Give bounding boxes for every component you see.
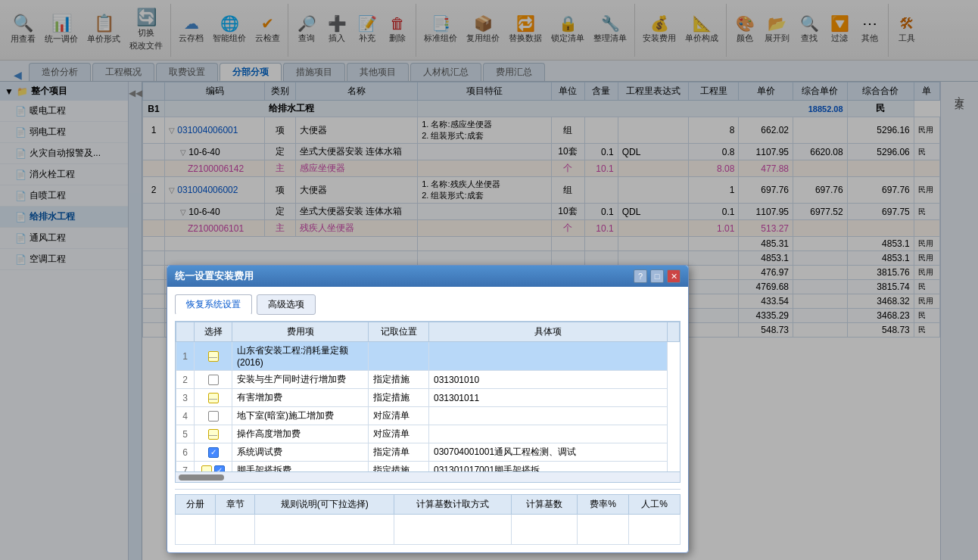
modal-titlebar: 统一设置安装费用 ? □ ✕ (167, 266, 688, 287)
modal-row-num: 2 (176, 371, 195, 389)
modal-help-button[interactable]: ? (634, 269, 647, 283)
modal-col-fee: 费用项 (232, 322, 369, 342)
modal-row-pos: 指定措施 (369, 371, 429, 389)
modal-scrollbar[interactable] (175, 472, 681, 483)
modal-bottom-col-base: 计算基数 (512, 495, 578, 515)
modal-row-num: 6 (176, 443, 195, 462)
modal-row-pos: 指定措施 (369, 389, 429, 407)
modal-bottom-col-rate: 费率% (578, 495, 629, 515)
modal-table-row[interactable]: 7 — ✓ 脚手架搭拆费 指定措施 031301017001脚手架搭拆 (176, 462, 680, 473)
modal-row-check (195, 371, 232, 389)
modal-col-detail: 具体项 (429, 322, 668, 342)
modal-row-detail (429, 407, 668, 425)
modal-main-table: 选择 费用项 记取位置 具体项 1 (176, 322, 680, 472)
modal-row-pos: 对应清单 (369, 407, 429, 425)
modal-row-label: 山东省安装工程:消耗量定额(2016) (232, 342, 369, 371)
modal-bottom-col-章: 章节 (215, 495, 255, 515)
modal-bottom-table: 分册 章节 规则说明(可下拉选择) 计算基数计取方式 计算基数 费率% 人工% (175, 494, 681, 545)
modal-row-num: 5 (176, 425, 195, 443)
checkbox-blue-right[interactable]: ✓ (214, 465, 225, 473)
modal-row-check: — (195, 425, 232, 443)
modal-row-label: 有害增加费 (232, 389, 369, 407)
modal-col-check: 选择 (195, 322, 232, 342)
modal-row-label: 系统调试费 (232, 443, 369, 462)
modal-row-label: 安装与生产同时进行增加费 (232, 371, 369, 389)
modal-row-pos: 指定措施 (369, 462, 429, 473)
modal-table-row[interactable]: 1 — 山东省安装工程:消耗量定额(2016) (176, 342, 680, 371)
modal-row-label: 脚手架搭拆费 (232, 462, 369, 473)
modal-row-detail: 031301011 (429, 389, 668, 407)
checkbox-blue[interactable]: ✓ (208, 447, 219, 458)
modal-bottom-col-labor: 人工% (629, 495, 681, 515)
modal-row-check: — (195, 389, 232, 407)
modal-table-container: 选择 费用项 记取位置 具体项 1 (175, 321, 681, 472)
modal-body: 恢复系统设置 高级选项 选择 费用项 记取位置 具体项 (167, 287, 688, 552)
modal-install-fee: 统一设置安装费用 ? □ ✕ 恢复系统设置 高级选项 选择 (167, 265, 689, 553)
modal-row-label: 操作高度增加费 (232, 425, 369, 443)
modal-row-check (195, 407, 232, 425)
modal-table-row[interactable]: 4 地下室(暗室)施工增加费 对应清单 (176, 407, 680, 425)
modal-close-button[interactable]: ✕ (667, 269, 681, 283)
checkbox-dash[interactable]: — (208, 393, 219, 403)
checkbox-dash[interactable]: — (208, 429, 219, 440)
modal-row-check: — (195, 342, 232, 371)
checkbox-dash-left[interactable]: — (201, 465, 212, 473)
modal-row-detail (429, 425, 668, 443)
modal-bottom-col-rule: 规则说明(可下拉选择) (255, 495, 394, 515)
modal-row-pos (369, 342, 429, 371)
checkbox-dash[interactable]: — (208, 351, 219, 362)
modal-bottom-col-册: 分册 (176, 495, 216, 515)
modal-tab-restore[interactable]: 恢复系统设置 (175, 294, 252, 315)
modal-row-num: 7 (176, 462, 195, 473)
modal-minimize-button[interactable]: □ (650, 269, 664, 283)
modal-row-detail: 031301017001脚手架搭拆 (429, 462, 668, 473)
modal-row-label: 地下室(暗室)施工增加费 (232, 407, 369, 425)
scroll-thumb (179, 474, 224, 481)
modal-row-pos: 指定清单 (369, 443, 429, 462)
modal-row-check: — ✓ (195, 462, 232, 473)
modal-table-row[interactable]: 2 安装与生产同时进行增加费 指定措施 031301010 (176, 371, 680, 389)
modal-bottom-row (176, 515, 681, 545)
modal-col-scroll (668, 322, 680, 342)
modal-table-row[interactable]: 5 — 操作高度增加费 对应清单 (176, 425, 680, 443)
modal-col-seq (176, 322, 195, 342)
modal-table-row[interactable]: 3 — 有害增加费 指定措施 031301011 (176, 389, 680, 407)
modal-row-num: 1 (176, 342, 195, 371)
modal-row-detail: 030704001001通风工程检测、调试 (429, 443, 668, 462)
modal-overlay: 统一设置安装费用 ? □ ✕ 恢复系统设置 高级选项 选择 (0, 0, 978, 560)
modal-controls: ? □ ✕ (634, 269, 681, 283)
modal-bottom: 分册 章节 规则说明(可下拉选择) 计算基数计取方式 计算基数 费率% 人工% (175, 489, 681, 545)
modal-row-pos: 对应清单 (369, 425, 429, 443)
modal-row-num: 4 (176, 407, 195, 425)
modal-title: 统一设置安装费用 (175, 269, 254, 283)
modal-row-check: ✓ (195, 443, 232, 462)
modal-table-row[interactable]: 6 ✓ 系统调试费 指定清单 030704001001通风工程检测、调试 (176, 443, 680, 462)
modal-tab-advanced[interactable]: 高级选项 (257, 294, 316, 315)
modal-row-detail (429, 342, 668, 371)
checkbox-empty[interactable] (208, 375, 219, 385)
modal-row-detail: 031301010 (429, 371, 668, 389)
modal-col-pos: 记取位置 (369, 322, 429, 342)
modal-row-num: 3 (176, 389, 195, 407)
modal-tabs: 恢复系统设置 高级选项 (175, 294, 681, 315)
modal-bottom-col-base-method: 计算基数计取方式 (394, 495, 512, 515)
checkbox-empty[interactable] (208, 411, 219, 422)
